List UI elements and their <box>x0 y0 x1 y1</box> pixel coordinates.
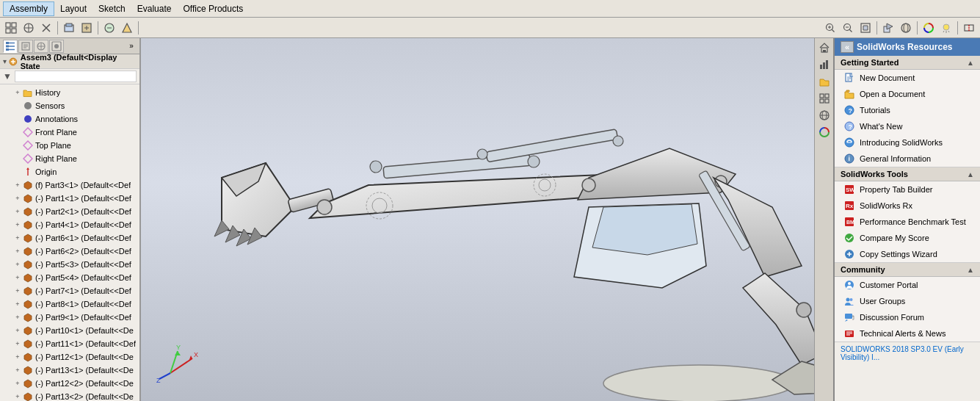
tree-expand-icon[interactable]: + <box>13 300 22 308</box>
menu-sketch[interactable]: Sketch <box>92 2 131 15</box>
tree-expand-icon[interactable]: + <box>13 89 22 96</box>
tree-item-part6b[interactable]: +(-) Part6<2> (Default<<Def <box>0 245 139 258</box>
tree-expand-icon[interactable]: + <box>13 261 22 268</box>
solidworks-rx-item[interactable]: Rx SolidWorks Rx <box>835 198 980 214</box>
tree-item-annotations[interactable]: Annotations <box>0 112 139 126</box>
zoom-out-btn[interactable] <box>840 20 856 36</box>
tree-expand-icon[interactable]: + <box>13 234 22 242</box>
toolbar-btn-5[interactable] <box>79 20 95 36</box>
tree-item-part3[interactable]: +(f) Part3<1> (Default<<Def <box>0 178 139 192</box>
display-style-btn[interactable] <box>898 20 914 36</box>
introducing-solidworks-item[interactable]: Introducing SolidWorks <box>835 134 980 151</box>
svg-marker-42 <box>24 234 32 242</box>
view-orient-btn[interactable] <box>880 20 896 36</box>
tree-item-part7[interactable]: +(-) Part7<1> (Default<<Def <box>0 284 139 297</box>
tree-item-history[interactable]: +History <box>0 86 139 99</box>
tree-expand-icon[interactable]: + <box>13 181 22 189</box>
general-info-item[interactable]: i General Information <box>835 151 980 167</box>
tree-expand-icon[interactable]: + <box>13 393 22 400</box>
toolbar-btn-1[interactable] <box>3 20 19 36</box>
tree-item-part11[interactable]: +(-) Part11<1> (Default<<Def <box>0 337 139 350</box>
section-view-btn[interactable] <box>961 20 977 36</box>
tree-expand-icon[interactable]: + <box>13 287 22 295</box>
resources-minimize[interactable]: « <box>841 41 854 53</box>
toolbar-btn-4[interactable] <box>61 20 77 36</box>
tree-item-part8[interactable]: +(-) Part8<1> (Default<<Def <box>0 297 139 311</box>
open-document-icon <box>843 88 855 100</box>
tab-config[interactable] <box>34 40 48 53</box>
tree-expand-icon[interactable]: + <box>13 274 22 281</box>
copy-settings-item[interactable]: Copy Settings Wizard <box>835 246 980 262</box>
compare-score-item[interactable]: Compare My Score <box>835 230 980 246</box>
new-document-item[interactable]: New Document <box>835 70 980 86</box>
menu-layout[interactable]: Layout <box>54 2 92 15</box>
tree-expand-icon[interactable]: + <box>13 221 22 228</box>
tree-item-part5b[interactable]: +(-) Part5<4> (Default<<Def <box>0 271 139 284</box>
tree-item-part12a[interactable]: +(-) Part12<1> (Default<<De <box>0 350 139 364</box>
tree-item-part6a[interactable]: +(-) Part6<1> (Default<<Def <box>0 231 139 245</box>
menu-office-products[interactable]: Office Products <box>177 2 249 15</box>
tree-item-part13a[interactable]: +(-) Part13<1> (Default<<De <box>0 364 139 377</box>
tree-item-right_plane[interactable]: Right Plane <box>0 152 139 165</box>
performance-benchmark-item[interactable]: BM Performance Benchmark Test <box>835 214 980 230</box>
strip-view-btn[interactable] <box>816 90 832 106</box>
tree-item-top_plane[interactable]: Top Plane <box>0 139 139 152</box>
customer-portal-item[interactable]: Customer Portal <box>835 277 980 293</box>
strip-color-btn[interactable] <box>816 124 832 140</box>
tree-expand-icon[interactable]: + <box>13 208 22 215</box>
tree-item-part2[interactable]: +(-) Part2<1> (Default<<Def <box>0 205 139 218</box>
tree-item-part4[interactable]: +(-) Part4<1> (Default<<Def <box>0 218 139 231</box>
color-btn[interactable] <box>921 20 937 36</box>
assembly-root[interactable]: ▾ Assem3 (Default<Display State <box>0 54 139 69</box>
tree-item-part10[interactable]: +(-) Part10<1> (Default<<De <box>0 324 139 337</box>
svg-rect-99 <box>823 62 825 69</box>
technical-alerts-item[interactable]: Technical Alerts & News <box>835 325 980 342</box>
tree-item-origin[interactable]: Origin <box>0 165 139 178</box>
section-community-header[interactable]: Community ▲ <box>835 263 980 277</box>
tree-item-part13b[interactable]: +(-) Part13<2> (Default<<De <box>0 390 139 401</box>
zoom-in-btn[interactable] <box>822 20 838 36</box>
tree-expand-icon[interactable]: + <box>13 366 22 374</box>
property-tab-builder-item[interactable]: SW Property Tab Builder <box>835 181 980 198</box>
tab-display[interactable] <box>49 40 64 53</box>
tab-feature-tree[interactable] <box>3 40 18 53</box>
menu-assembly[interactable]: Assembly <box>3 1 54 16</box>
menu-evaluate[interactable]: Evaluate <box>131 2 178 15</box>
tree-expand-icon[interactable]: + <box>13 327 22 334</box>
tutorials-item[interactable]: ? Tutorials <box>835 102 980 118</box>
tree-item-part9[interactable]: +(-) Part9<1> (Default<<Def <box>0 311 139 324</box>
whats-new-item[interactable]: ? What's New <box>835 118 980 134</box>
tree-item-part5a[interactable]: +(-) Part5<3> (Default<<Def <box>0 258 139 271</box>
tree-expand-icon[interactable]: + <box>13 248 22 255</box>
tree-expand-icon[interactable]: + <box>13 380 22 387</box>
tab-property[interactable] <box>18 40 33 53</box>
tree-item-sensors[interactable]: Sensors <box>0 99 139 112</box>
discussion-forum-item[interactable]: Discussion Forum <box>835 309 980 325</box>
tree-item-part1[interactable]: +(-) Part1<1> (Default<<Def <box>0 192 139 205</box>
user-groups-item[interactable]: User Groups <box>835 293 980 309</box>
panel-expand-btn[interactable]: » <box>126 41 137 51</box>
open-document-item[interactable]: Open a Document <box>835 86 980 102</box>
section-getting-started-header[interactable]: Getting Started ▲ <box>835 56 980 70</box>
tree-expand-icon[interactable]: + <box>13 340 22 347</box>
toolbar-btn-7[interactable] <box>119 20 135 36</box>
tree-expand-icon[interactable]: + <box>13 314 22 321</box>
section-tools-header[interactable]: SolidWorks Tools ▲ <box>835 167 980 181</box>
strip-home-btn[interactable] <box>816 40 832 56</box>
tree-expand-icon[interactable]: + <box>13 195 22 202</box>
toolbar-btn-2[interactable] <box>21 20 37 36</box>
strip-chart-btn[interactable] <box>816 57 832 73</box>
3d-viewport[interactable]: X Y Z <box>141 38 814 401</box>
svg-marker-38 <box>24 181 32 189</box>
strip-folder-btn[interactable] <box>816 73 832 90</box>
toolbar-btn-6[interactable] <box>101 20 117 36</box>
lights-btn[interactable] <box>938 20 954 36</box>
tree-item-front_plane[interactable]: Front Plane <box>0 126 139 139</box>
toolbar-btn-3[interactable] <box>38 20 54 36</box>
strip-globe-btn[interactable] <box>816 107 832 123</box>
tree-item-part12b[interactable]: +(-) Part12<2> (Default<<De <box>0 377 139 390</box>
filter-input[interactable] <box>15 71 137 82</box>
tree-expand-icon[interactable]: + <box>13 353 22 361</box>
zoom-fit-btn[interactable] <box>857 20 874 36</box>
whats-new-icon: ? <box>843 120 855 132</box>
